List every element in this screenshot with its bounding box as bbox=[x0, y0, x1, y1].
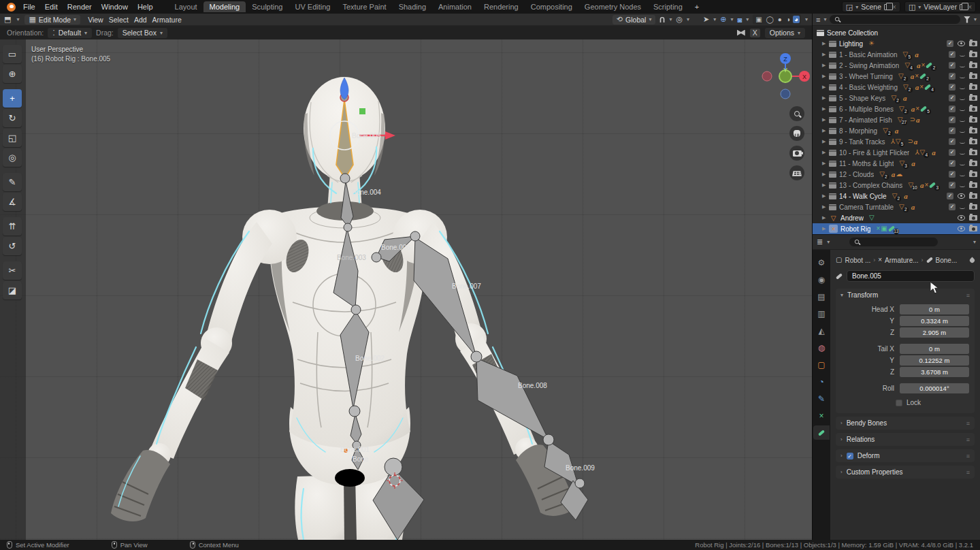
properties-editor-icon[interactable]: ≣ bbox=[817, 238, 823, 246]
camera-render-icon[interactable] bbox=[969, 204, 977, 210]
workspace-tab-scripting[interactable]: Scripting bbox=[647, 1, 689, 12]
camera-render-icon[interactable] bbox=[969, 182, 977, 188]
checkbox-icon[interactable]: ✓ bbox=[949, 160, 956, 167]
shading-material[interactable]: ◑ bbox=[785, 16, 791, 23]
expand-arrow-icon[interactable]: ▶ bbox=[822, 215, 829, 221]
workspace-tab-uv-editing[interactable]: UV Editing bbox=[289, 1, 336, 12]
hide-viewport-icon[interactable] bbox=[960, 64, 965, 67]
camera-render-icon[interactable] bbox=[969, 74, 977, 79]
options-dropdown[interactable]: Options ▾ bbox=[765, 28, 805, 38]
roll-tool[interactable]: ↺ bbox=[3, 237, 22, 255]
transform-panel-header[interactable]: ▾ Transform ≡ bbox=[836, 289, 975, 302]
view-layer-tab[interactable]: ▥ bbox=[813, 306, 830, 321]
camera-render-icon[interactable] bbox=[969, 63, 977, 68]
overlays-toggle-icon[interactable]: ◙ bbox=[738, 16, 742, 24]
outliner-row[interactable]: ▶13 - Complex Chains▽10a×3✓ bbox=[813, 180, 980, 191]
field-value-y[interactable]: 0.3324 m bbox=[900, 316, 969, 326]
menu-help[interactable]: Help bbox=[133, 2, 158, 12]
outliner-search[interactable] bbox=[830, 15, 960, 24]
axis-x-negative[interactable] bbox=[762, 71, 772, 81]
bone-name-field[interactable]: Bone.005 bbox=[847, 270, 975, 282]
checkbox-icon[interactable]: ✓ bbox=[949, 95, 956, 101]
outliner-row[interactable]: ▶1 - Basic Animation▽5a✓ bbox=[813, 49, 980, 60]
camera-render-icon[interactable] bbox=[969, 193, 977, 199]
scale-tool[interactable]: ◱ bbox=[3, 129, 22, 147]
viewport-menu-add[interactable]: Add bbox=[132, 16, 149, 24]
camera-render-icon[interactable] bbox=[969, 161, 977, 166]
field-value-y[interactable]: 0.12252 m bbox=[900, 355, 969, 366]
menu-window[interactable]: Window bbox=[97, 2, 133, 12]
checkbox-icon[interactable]: ✓ bbox=[949, 149, 956, 156]
pan-button[interactable] bbox=[789, 126, 804, 141]
menu-edit[interactable]: Edit bbox=[40, 2, 63, 12]
breadcrumb-bone[interactable]: Bone... bbox=[936, 257, 958, 264]
outliner-row[interactable]: ▶2 - Swing Animation▽4a×2✓ bbox=[813, 60, 980, 71]
knife-tool[interactable]: ✂ bbox=[3, 261, 22, 280]
outliner-root-row[interactable]: Scene Collection bbox=[813, 27, 980, 38]
checkbox-icon[interactable]: ✓ bbox=[949, 84, 956, 91]
shear-tool[interactable]: ◪ bbox=[3, 281, 22, 300]
camera-render-icon[interactable] bbox=[969, 84, 977, 90]
checkbox-icon[interactable]: ✓ bbox=[949, 204, 956, 210]
render-tab[interactable]: ◉ bbox=[813, 272, 830, 287]
editor-type-icon[interactable]: ⬒ bbox=[4, 15, 11, 24]
checkbox-icon[interactable]: ✓ bbox=[949, 116, 956, 123]
hide-viewport-icon[interactable] bbox=[960, 140, 965, 144]
breadcrumb-armature[interactable]: Armature... bbox=[885, 257, 918, 264]
outliner-row[interactable]: ▶Camera Turntable▽2a✓ bbox=[813, 201, 980, 212]
hide-viewport-icon[interactable] bbox=[960, 129, 965, 133]
hide-viewport-icon[interactable] bbox=[960, 118, 965, 122]
tool-tab[interactable]: ⚙ bbox=[813, 255, 830, 270]
eye-icon[interactable] bbox=[958, 215, 965, 221]
panel-header[interactable]: ›Custom Properties≡ bbox=[836, 466, 975, 479]
menu-file[interactable]: File bbox=[18, 2, 40, 12]
object-data-tab[interactable]: × bbox=[813, 408, 830, 423]
object-tab[interactable]: ▢ bbox=[813, 357, 830, 372]
outliner-row[interactable]: ▶×Robot Rig×▣13 bbox=[813, 223, 980, 234]
hide-viewport-icon[interactable] bbox=[960, 53, 965, 56]
scene-tab[interactable]: ◭ bbox=[813, 323, 830, 338]
field-value-tail-x[interactable]: 0 m bbox=[900, 344, 969, 354]
checkbox-icon[interactable]: ✓ bbox=[947, 40, 953, 47]
eye-icon[interactable] bbox=[958, 41, 965, 46]
panel-grip-icon[interactable]: ≡ bbox=[966, 469, 970, 476]
expand-arrow-icon[interactable]: ▶ bbox=[822, 128, 829, 133]
expand-arrow-icon[interactable]: ▶ bbox=[822, 204, 829, 210]
select-box-tool[interactable]: ▭ bbox=[3, 45, 22, 63]
rotate-tool[interactable]: ↻ bbox=[3, 109, 22, 127]
navigation-gizmo[interactable]: Z X Y bbox=[761, 50, 810, 102]
close-icon[interactable]: × bbox=[968, 3, 972, 11]
measure-tool[interactable]: ∡ bbox=[3, 193, 22, 211]
view-layer-selector[interactable]: ◫▾ ViewLayer × bbox=[904, 1, 976, 12]
workspace-tab-shading[interactable]: Shading bbox=[393, 1, 432, 12]
gizmo-y-handle[interactable] bbox=[359, 108, 365, 114]
checkbox-icon[interactable]: ✓ bbox=[949, 127, 956, 134]
expand-arrow-icon[interactable]: ▶ bbox=[822, 117, 829, 123]
expand-arrow-icon[interactable]: ▶ bbox=[822, 84, 829, 90]
filter-icon[interactable] bbox=[964, 16, 970, 23]
field-value-head-x[interactable]: 0 m bbox=[900, 304, 969, 314]
camera-view-button[interactable] bbox=[789, 146, 804, 161]
panel-checkbox[interactable]: ✓ bbox=[847, 453, 853, 459]
expand-arrow-icon[interactable]: ▶ bbox=[822, 52, 829, 57]
field-value-z[interactable]: 3.6708 m bbox=[900, 367, 969, 377]
hide-viewport-icon[interactable] bbox=[960, 108, 965, 111]
panel-grip-icon[interactable]: ≡ bbox=[966, 420, 970, 427]
outliner-row[interactable]: ▶12 - Clouds▽2a☁✓ bbox=[813, 169, 980, 180]
outliner-row[interactable]: ▶▽Andrew▽ bbox=[813, 212, 980, 223]
checkbox-icon[interactable]: ✓ bbox=[949, 106, 956, 112]
mirror-x-toggle[interactable]: X bbox=[750, 29, 760, 37]
camera-render-icon[interactable] bbox=[969, 128, 977, 133]
hide-viewport-icon[interactable] bbox=[960, 206, 965, 209]
field-value-roll[interactable]: 0.000014° bbox=[900, 383, 969, 393]
outliner-row[interactable]: ▶6 - Multiple Bones▽2a×5✓ bbox=[813, 103, 980, 114]
checkbox-icon[interactable]: ✓ bbox=[949, 182, 956, 189]
camera-render-icon[interactable] bbox=[969, 150, 977, 155]
outliner-row[interactable]: ▶8 - Morphing▽2a✓ bbox=[813, 125, 980, 136]
move-tool[interactable]: + bbox=[3, 89, 22, 108]
breadcrumb-object[interactable]: Robot ... bbox=[845, 257, 870, 264]
field-value-z[interactable]: 2.905 m bbox=[900, 327, 969, 338]
camera-render-icon[interactable] bbox=[969, 95, 977, 101]
hide-viewport-icon[interactable] bbox=[960, 173, 965, 176]
expand-arrow-icon[interactable]: ▶ bbox=[822, 41, 829, 46]
